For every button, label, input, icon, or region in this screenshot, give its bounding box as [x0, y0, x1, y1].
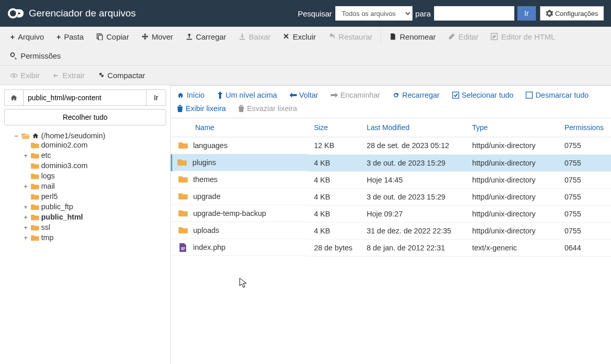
arrow-left-icon — [290, 92, 297, 98]
tree-item[interactable]: + mail — [23, 182, 166, 190]
upload-button[interactable]: Carregar — [179, 27, 232, 46]
tree-item[interactable]: + etc — [23, 151, 166, 159]
new-file-button[interactable]: +Arquivo — [4, 27, 50, 46]
expand-icon[interactable]: + — [23, 152, 29, 159]
view-trash-button[interactable]: Exibir lixeira — [176, 102, 227, 115]
file-name: index.php — [193, 243, 226, 251]
download-icon — [239, 33, 246, 40]
for-label: para — [416, 9, 431, 18]
home-button[interactable]: Início — [176, 89, 206, 101]
file-modified: 8 de jan. de 2012 22:31 — [361, 239, 466, 256]
permissions-button[interactable]: Permissões — [4, 46, 67, 65]
tree-item[interactable]: logs — [23, 172, 166, 180]
move-icon — [141, 33, 149, 40]
tree-item-label: dominio2.com — [41, 141, 87, 149]
settings-button[interactable]: Configurações — [540, 6, 604, 21]
search-label: Pesquisar — [298, 9, 332, 18]
col-name[interactable]: Name — [172, 118, 308, 137]
col-size[interactable]: Size — [308, 118, 361, 137]
file-size: 4 KB — [308, 222, 361, 239]
table-row[interactable]: themes 4 KB Hoje 14:45 httpd/unix-direct… — [172, 171, 612, 188]
table-row[interactable]: index.php 28 de bytes 8 de jan. de 2012 … — [172, 239, 612, 256]
expand-icon[interactable]: + — [23, 183, 29, 190]
expand-icon[interactable]: + — [23, 213, 29, 221]
html-editor-button[interactable]: Editor de HTML — [484, 27, 561, 46]
table-row[interactable]: languages 12 KB 28 de set. de 2023 05:12… — [172, 137, 612, 155]
home-icon — [10, 94, 18, 102]
sidebar: Ir Recolher tudo − (/home1/seudomin) dom… — [0, 85, 171, 364]
file-modified: 3 de out. de 2023 15:29 — [361, 154, 466, 171]
rename-button[interactable]: Renomear — [383, 27, 442, 46]
svg-point-6 — [13, 75, 15, 77]
path-home-button[interactable] — [4, 89, 24, 106]
table-row[interactable]: upgrade-temp-backup 4 KB Hoje 09:27 http… — [172, 205, 612, 222]
file-type: httpd/unix-directory — [466, 171, 558, 188]
delete-button[interactable]: ✕Excluir — [277, 27, 322, 46]
app-logo: Gerenciador de arquivos — [7, 5, 136, 22]
path-input[interactable] — [24, 89, 147, 106]
file-type: httpd/unix-directory — [466, 137, 558, 155]
compress-button[interactable]: Compactar — [91, 66, 151, 85]
empty-trash-button[interactable]: Esvaziar lixeira — [237, 102, 298, 115]
tree-item-label: etc — [41, 151, 51, 159]
file-table: Name Size Last Modified Type Permissions… — [171, 118, 611, 257]
move-button[interactable]: Mover — [135, 27, 179, 46]
file-icon — [389, 33, 397, 40]
view-button[interactable]: Exibir — [4, 66, 46, 85]
undo-icon — [328, 33, 335, 40]
select-all-button[interactable]: Selecionar tudo — [451, 89, 515, 101]
tree-root[interactable]: − (/home1/seudomin) — [13, 132, 166, 140]
new-folder-button[interactable]: +Pasta — [50, 27, 90, 46]
file-permissions: 0755 — [558, 222, 611, 239]
table-row[interactable]: plugins 4 KB 3 de out. de 2023 15:29 htt… — [172, 154, 612, 171]
search-go-button[interactable]: Ir — [517, 6, 536, 21]
tree-item[interactable]: dominio3.com — [23, 161, 166, 170]
file-name: plugins — [192, 158, 216, 167]
col-permissions[interactable]: Permissions — [558, 118, 611, 137]
tree-item[interactable]: + public_ftp — [23, 203, 166, 211]
extract-button[interactable]: Extrair — [46, 66, 91, 85]
file-type: httpd/unix-directory — [466, 188, 558, 205]
arrow-right-icon — [331, 92, 338, 98]
arrow-up-icon — [217, 92, 223, 99]
svg-rect-8 — [526, 92, 532, 98]
home-icon — [177, 92, 184, 99]
file-size: 4 KB — [308, 205, 361, 222]
collapse-all-button[interactable]: Recolher tudo — [4, 109, 166, 125]
deselect-all-button[interactable]: Desmarcar tudo — [525, 89, 589, 101]
app-title: Gerenciador de arquivos — [29, 8, 136, 19]
expand-icon[interactable]: + — [23, 203, 29, 211]
back-button[interactable]: Voltar — [289, 89, 319, 101]
file-permissions: 0755 — [558, 171, 611, 188]
folder-icon — [177, 158, 187, 167]
search-scope-select[interactable]: Todos os arquivos — [335, 6, 412, 21]
copy-button[interactable]: Copiar — [90, 27, 135, 46]
folder-icon — [31, 141, 39, 149]
tree-item-label: logs — [41, 172, 55, 180]
expand-icon[interactable]: + — [23, 224, 29, 231]
file-permissions: 0755 — [558, 154, 611, 171]
table-row[interactable]: uploads 4 KB 31 de dez. de 2022 22:35 ht… — [172, 222, 612, 239]
folder-icon — [31, 203, 39, 210]
tree-item[interactable]: dominio2.com — [23, 141, 166, 149]
tree-item[interactable]: perl5 — [23, 192, 166, 201]
tree-item[interactable]: + tmp — [23, 233, 166, 242]
expand-icon[interactable]: + — [23, 234, 29, 242]
svg-point-4 — [11, 52, 14, 56]
edit-button[interactable]: Editar — [442, 27, 484, 46]
toolbar-primary: +Arquivo +Pasta Copiar Mover Carregar Ba… — [0, 27, 611, 66]
table-row[interactable]: upgrade 4 KB 3 de out. de 2023 15:29 htt… — [172, 188, 612, 205]
up-level-button[interactable]: Um nível acima — [216, 89, 278, 101]
search-input[interactable] — [434, 6, 514, 21]
collapse-icon[interactable]: − — [13, 132, 20, 140]
col-modified[interactable]: Last Modified — [361, 118, 466, 137]
col-type[interactable]: Type — [466, 118, 558, 137]
tree-item[interactable]: + public_html — [23, 213, 166, 221]
download-button[interactable]: Baixar — [232, 27, 277, 46]
forward-button[interactable]: Encaminhar — [330, 89, 381, 101]
file-permissions: 0644 — [558, 239, 611, 256]
tree-item[interactable]: + ssl — [23, 223, 166, 231]
reload-button[interactable]: Recarregar — [391, 89, 441, 101]
restore-button[interactable]: Restaurar — [322, 27, 379, 46]
path-go-button[interactable]: Ir — [147, 89, 166, 106]
